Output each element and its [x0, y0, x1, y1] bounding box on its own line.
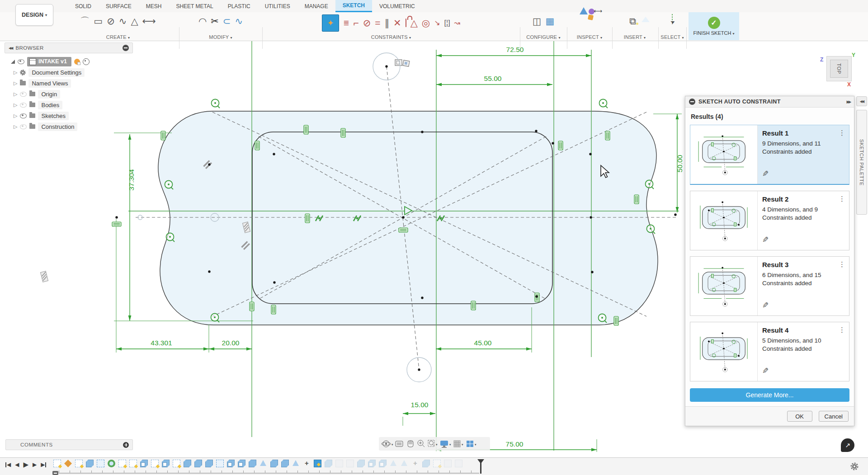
design-workspace-menu[interactable]: DESIGN▾	[15, 4, 53, 26]
step-back-icon[interactable]: ◀	[15, 461, 19, 468]
generate-more-button[interactable]: Generate More...	[690, 388, 849, 402]
browser-item-named-views[interactable]: ▷Named Views	[5, 78, 133, 89]
result-card-4[interactable]: Result 4 5 Dimensions, and 10 Constraint…	[690, 322, 849, 381]
timeline-feature-solid-icon[interactable]	[205, 460, 213, 467]
timeline-feature-copy-icon[interactable]	[162, 460, 170, 467]
visibility-eye-icon[interactable]	[20, 92, 27, 97]
edit-pencil-icon[interactable]: ✎	[762, 169, 769, 179]
visibility-eye-icon[interactable]	[20, 124, 27, 129]
timeline-feature-doc-icon[interactable]	[455, 460, 462, 467]
timeline-feature-solid-icon[interactable]	[184, 460, 191, 467]
step-forward-icon[interactable]: ▶	[33, 461, 37, 468]
collapse-left-icon[interactable]: ◀◀	[9, 46, 12, 50]
timeline-slider-start[interactable]	[52, 471, 58, 475]
tab-plastic[interactable]: PLASTIC	[221, 0, 258, 12]
polygon-icon[interactable]: △	[131, 14, 138, 28]
result-card-1[interactable]: Result 1 9 Dimensions, and 11 Constraint…	[690, 125, 849, 185]
comments-bar[interactable]: COMMENTS	[5, 439, 133, 449]
dimension-value[interactable]: 43.301	[151, 339, 172, 347]
display-settings-icon[interactable]	[440, 441, 448, 448]
dimension-value[interactable]: 20.00	[222, 339, 240, 347]
expand-palette-button[interactable]: ◀◀	[856, 96, 867, 106]
orbit-icon[interactable]	[382, 441, 391, 447]
edit-curve-icon[interactable]: ∿	[235, 14, 243, 28]
assistant-bubble-icon[interactable]: ↗	[841, 438, 854, 452]
zoom-icon[interactable]	[418, 440, 425, 447]
constraints-menu[interactable]: CONSTRAINTS ▾	[264, 34, 518, 40]
viewports-icon[interactable]	[467, 441, 473, 447]
add-comment-icon[interactable]	[123, 442, 129, 448]
skip-to-end-icon[interactable]: ▶	[41, 461, 46, 468]
expand-triangle-icon[interactable]: ▷	[14, 124, 17, 130]
timeline-feature-doc-icon[interactable]	[444, 460, 452, 467]
panel-header[interactable]: SKETCH AUTO CONSTRAINT ▶▶	[685, 96, 854, 108]
timeline-feature-solid-icon[interactable]	[357, 460, 365, 467]
dimension-value[interactable]: 37.304	[127, 169, 135, 191]
viewcube[interactable]: TOP	[826, 56, 852, 81]
modify-menu[interactable]: MODIFY ▾	[181, 34, 260, 40]
timeline-feature-revolve-icon[interactable]	[108, 460, 115, 467]
tab-solid[interactable]: SOLID	[68, 0, 99, 12]
timeline-feature-copy-icon[interactable]	[227, 460, 235, 467]
grid-settings-icon[interactable]	[454, 441, 460, 447]
timeline-feature-solid-icon[interactable]	[422, 460, 430, 467]
kebab-menu-icon[interactable]: ⋮	[839, 195, 845, 203]
tab-mesh[interactable]: MESH	[139, 0, 169, 12]
coincident-icon[interactable]: ⌐	[353, 16, 359, 30]
expand-triangle-icon[interactable]: ▷	[14, 80, 17, 86]
kebab-menu-icon[interactable]: ⋮	[839, 326, 845, 334]
curvature-icon[interactable]: ↝	[454, 16, 460, 30]
equal-icon[interactable]: =	[375, 16, 380, 30]
timeline-feature-pattern-icon[interactable]	[97, 460, 104, 467]
timeline-feature-copy-icon[interactable]	[368, 460, 376, 467]
finish-sketch-button[interactable]: ✓ FINISH SKETCH ▾	[689, 12, 739, 40]
skip-to-start-icon[interactable]: ◀	[5, 461, 11, 468]
timeline-feature-solid-icon[interactable]	[249, 460, 256, 467]
select-menu[interactable]: SELECT ▾	[656, 34, 688, 40]
timeline-feature-sketch-icon[interactable]	[53, 460, 61, 467]
expand-triangle-icon[interactable]: ▷	[14, 102, 17, 108]
cancel-button[interactable]: Cancel	[819, 411, 849, 422]
timeline-feature-sketch-icon[interactable]	[433, 460, 441, 467]
result-card-3[interactable]: Result 3 6 Dimensions, and 15 Constraint…	[690, 256, 849, 316]
minimize-icon[interactable]	[123, 45, 129, 51]
timeline-feature-copy-icon[interactable]	[140, 460, 148, 467]
insert-derive-icon[interactable]: ⧉	[629, 14, 636, 28]
browser-item-bodies[interactable]: ▷Bodies	[5, 99, 133, 110]
fillet-icon[interactable]: ◠	[198, 14, 207, 28]
caret[interactable]: ▾	[392, 443, 393, 446]
timeline-feature-form-icon[interactable]	[64, 460, 72, 467]
caret[interactable]: ▾	[436, 443, 438, 446]
timeline-feature-move-icon[interactable]: +	[303, 460, 311, 467]
slot-icon[interactable]: ⌒	[80, 14, 90, 28]
tab-volumetric[interactable]: VOLUMETRIC	[372, 0, 422, 12]
tab-manage[interactable]: MANAGE	[297, 0, 335, 12]
dimension-value[interactable]: 15.00	[411, 401, 429, 409]
perpendicular-icon[interactable]: ✕	[393, 16, 401, 30]
browser-item-construction[interactable]: ▷Construction	[5, 121, 133, 132]
dimension-value[interactable]: 72.50	[506, 46, 524, 53]
tab-surface[interactable]: SURFACE	[99, 0, 139, 12]
sketch-dimension-icon[interactable]: ⟷	[142, 14, 156, 28]
concentric-icon[interactable]: ◎	[422, 16, 430, 30]
caret[interactable]: ▾	[462, 443, 463, 446]
timeline-feature-sketch-icon[interactable]	[118, 460, 126, 467]
dimension-value[interactable]: 45.00	[474, 339, 492, 347]
create-menu[interactable]: CREATE ▾	[59, 34, 177, 40]
horizontal-vertical-icon[interactable]: ≣	[343, 16, 349, 30]
tab-utilities[interactable]: UTILITIES	[258, 0, 297, 12]
timeline-track[interactable]	[59, 473, 479, 474]
edit-pencil-icon[interactable]: ✎	[762, 235, 769, 245]
edit-pencil-icon[interactable]: ✎	[762, 301, 769, 310]
configuration-table-icon[interactable]: ▦	[546, 14, 555, 28]
caret[interactable]: ▾	[449, 443, 451, 446]
timeline-feature-sketch-icon[interactable]	[151, 460, 159, 467]
equal-brackets-icon[interactable]: [¦]	[444, 16, 450, 30]
sketch-palette-tab[interactable]: SKETCH PALETTE	[856, 110, 867, 215]
result-card-2[interactable]: Result 2 4 Dimensions, and 9 Constraints…	[690, 191, 849, 250]
timeline-feature-solid-icon[interactable]	[281, 460, 289, 467]
select-icon[interactable]	[672, 14, 673, 23]
browser-header[interactable]: ◀◀ BROWSER	[5, 42, 133, 53]
play-icon[interactable]: ▶	[23, 461, 28, 469]
spline-icon[interactable]: ∿	[119, 14, 127, 28]
